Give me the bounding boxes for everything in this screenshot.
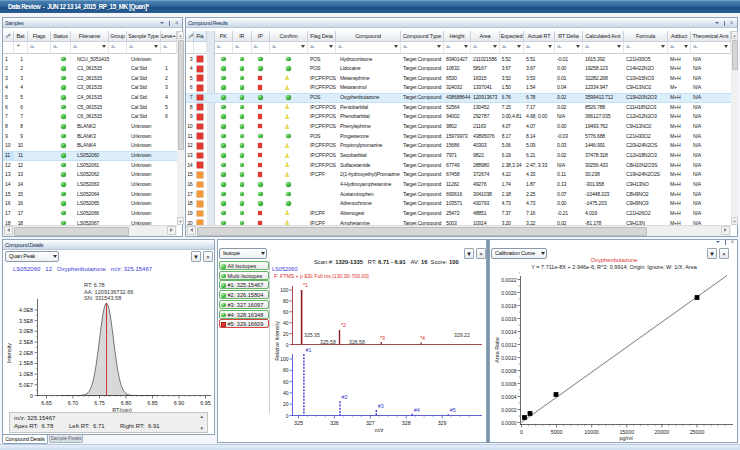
svg-text:3.5E8: 3.5E8 [19,318,33,324]
svg-text:Oxyphenbutazone: Oxyphenbutazone [590,257,637,263]
svg-text:0.0010: 0.0010 [501,355,517,361]
svg-text:2.0E8: 2.0E8 [19,350,33,356]
svg-text:0: 0 [30,393,33,399]
svg-text:20: 20 [283,331,289,337]
svg-text:SN: 331543.58: SN: 331543.58 [84,295,121,301]
svg-text:10000: 10000 [584,429,599,435]
svg-text:6.65: 6.65 [41,400,52,406]
svg-text:F: FTMS + p ESI Full ms [130.0: F: FTMS + p ESI Full ms [130.00-700.00] [274,273,369,279]
svg-text:3.0E8: 3.0E8 [19,328,33,334]
svg-text:80: 80 [283,367,289,373]
svg-text:328: 328 [402,420,411,426]
svg-text:*4: *4 [420,335,425,341]
svg-text:0.0016: 0.0016 [501,316,517,322]
svg-text:0.0014: 0.0014 [501,329,517,335]
svg-text:1.5E8: 1.5E8 [19,360,33,366]
svg-text:#4: #4 [414,407,420,413]
svg-text:5.0E7: 5.0E7 [19,382,33,388]
svg-text:4.0E8: 4.0E8 [19,307,33,313]
svg-text:0.0002: 0.0002 [501,407,517,413]
svg-text:329.22: 329.22 [454,332,470,338]
svg-text:Intensity: Intensity [6,343,12,363]
svg-text:100: 100 [280,287,289,293]
svg-text:*3: *3 [380,335,385,341]
svg-text:0.0020: 0.0020 [501,290,517,296]
svg-text:Scan #: 1320-1335 RT: 6.71 -: Scan #: 1320-1335 RT: 6.71 - 6.91 AV: 16… [314,259,459,265]
svg-text:0.0004: 0.0004 [501,394,517,400]
svg-text:*1: *1 [303,282,308,288]
svg-text:60: 60 [283,309,289,315]
svg-text:327: 327 [366,420,375,426]
svg-text:#2: #2 [342,394,348,400]
svg-text:25000: 25000 [690,429,705,435]
svg-text:6.85: 6.85 [147,400,158,406]
svg-text:m/z: m/z [375,427,384,433]
svg-text:0.0008: 0.0008 [501,368,517,374]
svg-text:Relative Intensity: Relative Intensity [274,321,280,361]
svg-text:40: 40 [283,320,289,326]
svg-text:325: 325 [294,420,303,426]
svg-text:0.0018: 0.0018 [501,303,517,309]
svg-text:325.35: 325.35 [304,332,320,338]
svg-text:6.70: 6.70 [68,400,79,406]
svg-text:15000: 15000 [619,429,634,435]
svg-text:80: 80 [283,298,289,304]
svg-text:RT: 6.78: RT: 6.78 [84,282,105,288]
svg-text:6.75: 6.75 [94,400,105,406]
svg-text:#1: #1 [305,347,311,353]
svg-text:20000: 20000 [655,429,670,435]
svg-text:0: 0 [520,429,523,435]
svg-text:40: 40 [283,390,289,396]
svg-text:LS052060 12 Oxyphenbutazon: LS052060 12 Oxyphenbutazone m/z: 325.154… [13,266,153,272]
svg-text:LS052060: LS052060 [272,266,298,272]
svg-text:6.90: 6.90 [174,400,185,406]
svg-text:1.0E8: 1.0E8 [19,371,33,377]
svg-text:AA: 1209136732.66: AA: 1209136732.66 [84,289,133,295]
svg-text:0: 0 [286,342,289,348]
svg-text:2.5E8: 2.5E8 [19,339,33,345]
svg-text:20: 20 [283,401,289,407]
svg-text:0.0000: 0.0000 [501,420,517,426]
svg-text:6.80: 6.80 [121,400,132,406]
svg-text:pg/ml: pg/ml [619,435,632,441]
svg-text:325.58: 325.58 [320,339,336,345]
svg-text:Y = 7.711e-8X + 2.946e-6; R^2: Y = 7.711e-8X + 2.946e-6; R^2: 0.9914; O… [531,264,697,270]
svg-text:60: 60 [283,379,289,385]
svg-text:5000: 5000 [551,429,563,435]
svg-text:326.58: 326.58 [349,339,365,345]
svg-text:0.0006: 0.0006 [501,381,517,387]
svg-text:0.0022: 0.0022 [501,277,517,283]
svg-text:329: 329 [438,420,447,426]
svg-text:*2: *2 [341,322,346,328]
svg-text:#3: #3 [378,403,384,409]
svg-text:0.0012: 0.0012 [501,342,517,348]
svg-text:#5: #5 [450,407,456,413]
svg-text:Area Ratio: Area Ratio [494,337,500,362]
svg-text:0: 0 [286,413,289,419]
svg-text:326: 326 [330,420,339,426]
svg-text:100: 100 [280,356,289,362]
svg-text:6.95: 6.95 [200,400,211,406]
